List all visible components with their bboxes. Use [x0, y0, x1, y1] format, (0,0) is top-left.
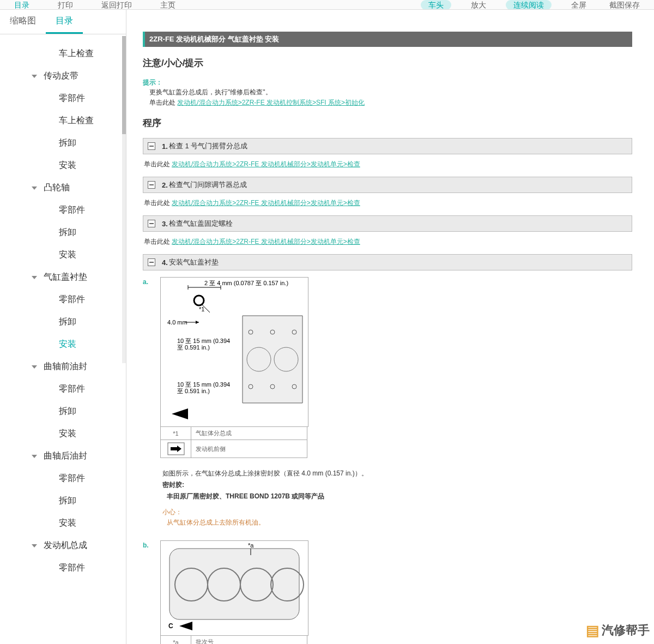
topnav-item[interactable]: 主页	[157, 0, 179, 10]
collapse-icon[interactable]	[148, 258, 155, 266]
step-sublink: 单击此处发动机/混合动力系统>2ZR-FE 发动机机械部分>发动机单元>检查	[144, 198, 632, 208]
svg-point-4	[194, 296, 204, 305]
tab-toc[interactable]: 目录	[46, 10, 83, 34]
inline-link[interactable]: 发动机/混合动力系统>2ZR-FE 发动机机械部分>发动机单元>检查	[172, 160, 360, 168]
step-title: 检查 1 号气门摇臂分总成	[169, 141, 247, 151]
topnav-pill[interactable]: 连续阅读	[506, 0, 552, 10]
step-bar-4[interactable]: 4.安装气缸盖衬垫	[143, 254, 632, 270]
step-no: 2.	[162, 181, 168, 189]
toc-group-engine-assy[interactable]: 发动机总成	[0, 534, 126, 557]
hint-label: 提示：	[143, 79, 162, 86]
toc-item[interactable]: 零部件	[0, 288, 126, 311]
toc-group-drivebelt[interactable]: 传动皮带	[0, 65, 126, 87]
figure-b-table: *a批次号	[160, 636, 307, 644]
collapse-icon[interactable]	[148, 181, 155, 189]
svg-text:C: C	[168, 622, 173, 630]
caret-down-icon	[32, 365, 37, 369]
toc-tree: 车上检查 传动皮带 零部件 车上检查 拆卸 安装 凸轮轴 零部件 拆卸 安装 气…	[0, 34, 126, 601]
toc-item[interactable]: 安装	[0, 244, 126, 266]
toc-group-head-gasket[interactable]: 气缸盖衬垫	[0, 266, 126, 288]
step-bar-3[interactable]: 3.检查气缸盖固定螺栓	[143, 215, 632, 232]
sidebar: 缩略图 目录 车上检查 传动皮带 零部件 车上检查 拆卸 安装 凸轮轴 零部件 …	[0, 10, 126, 644]
svg-text:10 至 15 mm (0.394: 10 至 15 mm (0.394	[177, 381, 230, 388]
seal-label-line: 密封胶:	[162, 480, 632, 490]
step-title: 检查气门间隙调节器总成	[169, 180, 247, 190]
seal-label: 密封胶:	[162, 481, 184, 489]
figure-a-row: a. 2 至 4 mm (0.0787 至 0.157 in.) *1 4.0 …	[143, 277, 632, 458]
collapse-icon[interactable]	[148, 220, 155, 227]
toc-item[interactable]: 安装	[0, 423, 126, 445]
toc-item[interactable]: 安装	[0, 512, 126, 534]
step-sublink: 单击此处发动机/混合动力系统>2ZR-FE 发动机机械部分>发动机单元>检查	[144, 160, 632, 169]
toc-item[interactable]: 拆卸	[0, 490, 126, 512]
document-content: 2ZR-FE 发动机机械部分 气缸盖衬垫 安装 注意/小心/提示 提示： 更换气…	[126, 10, 654, 644]
toc-item[interactable]: 安装	[0, 154, 126, 177]
scrollbar-thumb[interactable]	[122, 36, 126, 134]
topnav-item[interactable]: 打印	[55, 0, 76, 10]
toc-group-rear-seal[interactable]: 曲轴后油封	[0, 445, 126, 467]
inline-link[interactable]: 发动机/混合动力系统>2ZR-FE 发动机机械部分>发动机单元>检查	[172, 238, 360, 245]
topnav-item[interactable]: 返回打印	[98, 0, 135, 10]
watermark-logo: ▤汽修帮手	[534, 617, 654, 644]
inline-link[interactable]: 发动机/混合动力系统>2ZR-FE 发动机控制系统>SFI 系统>初始化	[177, 99, 365, 106]
tbl-key: *a	[161, 636, 191, 644]
logo-icon: ▤	[586, 622, 600, 639]
caution-text: 从气缸体分总成上去除所有机油。	[167, 518, 632, 527]
svg-text:*a: *a	[248, 542, 254, 549]
step-title: 检查气缸盖固定螺栓	[169, 219, 233, 228]
svg-marker-22	[172, 408, 188, 419]
section-procedure: 程序	[143, 117, 632, 129]
toc-group-camshaft[interactable]: 凸轮轴	[0, 177, 126, 199]
topnav-item[interactable]: 截图保存	[606, 0, 643, 10]
toc-label: 曲轴前油封	[44, 361, 87, 372]
tab-thumbnail[interactable]: 缩略图	[0, 10, 46, 34]
caret-down-icon	[32, 455, 37, 458]
toc-item[interactable]: 零部件	[0, 199, 126, 221]
step-sublink: 单击此处发动机/混合动力系统>2ZR-FE 发动机机械部分>发动机单元>检查	[144, 237, 632, 246]
svg-text:10 至 15 mm (0.394: 10 至 15 mm (0.394	[177, 338, 230, 344]
svg-text:至 0.591 in.): 至 0.591 in.)	[177, 388, 210, 394]
toc-item[interactable]: 拆卸	[0, 132, 126, 154]
step-bar-2[interactable]: 2.检查气门间隙调节器总成	[143, 177, 632, 193]
top-nav: 目录 打印 返回打印 主页 车头 放大 连续阅读 全屏 截图保存	[0, 0, 654, 10]
svg-rect-25	[169, 549, 299, 619]
topnav-item[interactable]: 放大	[468, 0, 489, 10]
step-no: 4.	[162, 258, 168, 267]
toc-group-front-seal[interactable]: 曲轴前油封	[0, 356, 126, 378]
toc-item[interactable]: 拆卸	[0, 311, 126, 333]
inline-link[interactable]: 发动机/混合动力系统>2ZR-FE 发动机机械部分>发动机单元>检查	[172, 199, 360, 207]
hint-prefix: 单击此处	[149, 99, 175, 106]
topnav-pill[interactable]: 车头	[421, 0, 451, 10]
paragraph: 如图所示，在气缸体分总成上涂抹密封胶（直径 4.0 mm (0.157 in.)…	[162, 469, 632, 478]
step-no: 3.	[162, 220, 168, 228]
logo-text: 汽修帮手	[602, 622, 650, 639]
tbl-val: 气缸体分总成	[191, 427, 307, 440]
toc-item[interactable]: 车上检查	[0, 43, 126, 65]
sidebar-tabs: 缩略图 目录	[0, 10, 126, 34]
svg-text:至 0.591 in.): 至 0.591 in.)	[177, 344, 210, 351]
toc-item[interactable]: 零部件	[0, 378, 126, 400]
toc-label: 凸轮轴	[44, 182, 70, 194]
figure-b-diagram: *a C	[160, 540, 308, 636]
toc-item[interactable]: 零部件	[0, 557, 126, 579]
seal-text: 丰田原厂黑密封胶、THREE BOND 1207B 或同等产品	[167, 492, 632, 501]
toc-item-active[interactable]: 安装	[0, 333, 126, 356]
toc-item[interactable]: 车上检查	[0, 110, 126, 132]
sublink-prefix: 单击此处	[144, 238, 170, 245]
topnav-item[interactable]: 目录	[11, 0, 33, 10]
step-bar-1[interactable]: 1.检查 1 号气门摇臂分总成	[143, 138, 632, 154]
toc-item[interactable]: 拆卸	[0, 400, 126, 423]
caret-down-icon	[32, 544, 37, 547]
toc-item[interactable]: 拆卸	[0, 221, 126, 244]
step-title: 安装气缸盖衬垫	[169, 257, 219, 267]
section-notice: 注意/小心/提示	[143, 57, 632, 69]
toc-item[interactable]: 零部件	[0, 467, 126, 490]
caution-label: 小心：	[162, 508, 632, 517]
caret-down-icon	[32, 276, 37, 279]
toc-item[interactable]: 零部件	[0, 87, 126, 110]
collapse-icon[interactable]	[148, 142, 155, 150]
svg-text:4.0 mm: 4.0 mm	[167, 319, 187, 326]
toc-label: 气缸盖衬垫	[44, 272, 87, 283]
tbl-key: *1	[161, 427, 191, 440]
topnav-item[interactable]: 全屏	[568, 0, 590, 10]
